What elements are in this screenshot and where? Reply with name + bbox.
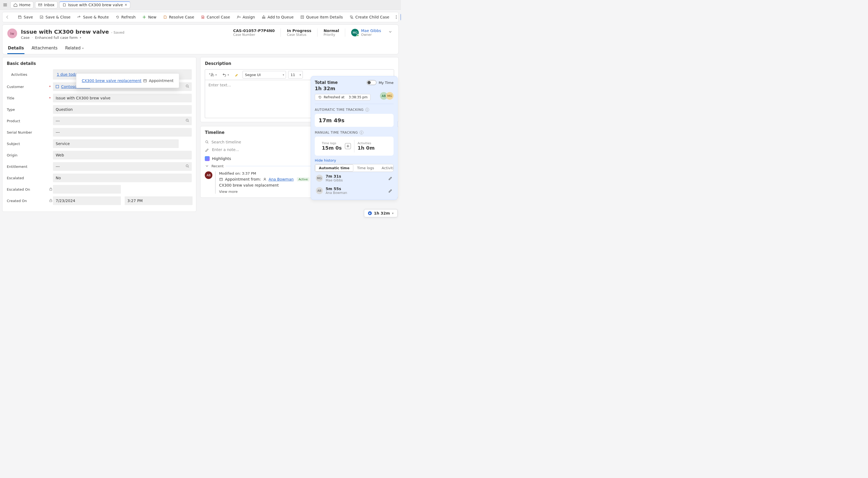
owner-label: Owner: [361, 33, 381, 37]
page-title: Issue with CX300 brew valve: [21, 29, 109, 35]
share-button[interactable]: Share ▾: [401, 13, 401, 21]
search-icon[interactable]: [185, 84, 190, 89]
create-child-case-button[interactable]: Create Child Case: [346, 14, 392, 20]
flyout-link[interactable]: CX300 brew valve replacement: [82, 78, 142, 83]
case-number-label: Case Number: [233, 33, 255, 37]
edit-icon[interactable]: [388, 188, 393, 193]
activities-ml-value: 1h 0m: [358, 145, 387, 151]
entitlement-input[interactable]: [53, 162, 192, 171]
flyout-type-label: Appointment: [149, 78, 174, 83]
clock-icon: [368, 211, 372, 215]
add-time-log-button[interactable]: [345, 143, 351, 149]
font-picker[interactable]: Segoe UI▾: [243, 71, 286, 78]
header-expand-button[interactable]: [387, 29, 394, 36]
saved-indicator: - Saved: [111, 30, 124, 34]
timelogs-label: Time logs: [322, 141, 342, 145]
child-case-icon: [349, 15, 353, 19]
product-input[interactable]: [53, 117, 192, 125]
save-button[interactable]: Save: [15, 14, 36, 20]
chevron-down-icon: ▾: [300, 73, 301, 76]
timeline-item-person[interactable]: Ana Bowman: [269, 177, 293, 182]
toggle-switch[interactable]: [367, 80, 376, 85]
info-icon[interactable]: i: [365, 108, 369, 111]
flyout-type: Appointment: [143, 78, 174, 83]
time-pill[interactable]: 1h 32m ▾: [364, 209, 398, 217]
ticket-icon: [62, 3, 66, 7]
chevron-down-icon[interactable]: ▾: [80, 36, 81, 39]
queue-details-icon: [300, 15, 305, 19]
auto-tracking-box: 17m 49s: [315, 114, 394, 127]
tab-case-label: Issue with CX300 brew valve: [68, 3, 123, 7]
tab-inbox[interactable]: Inbox: [35, 1, 57, 8]
new-label: New: [148, 15, 156, 19]
type-label: Type: [7, 107, 53, 111]
description-placeholder: Enter text...: [208, 83, 231, 87]
back-button[interactable]: [5, 14, 9, 20]
chevron-down-icon[interactable]: [205, 164, 209, 168]
title-label: Title: [7, 96, 14, 100]
tab-details[interactable]: Details: [7, 43, 25, 54]
queue-item-details-button[interactable]: Queue Item Details: [298, 14, 345, 20]
title-input[interactable]: [53, 94, 192, 102]
edit-icon[interactable]: [388, 176, 393, 181]
seg-auto[interactable]: Automatic time: [315, 164, 353, 172]
basic-details-heading: Basic details: [7, 61, 192, 66]
subject-input[interactable]: [53, 139, 179, 148]
escalated-on-input[interactable]: [53, 185, 121, 194]
activity-flyout: CX300 brew valve replacement Appointment: [76, 73, 179, 88]
created-on-time-input[interactable]: [125, 196, 192, 205]
my-time-label: My Time: [379, 81, 394, 85]
total-time-value: 1h 32m: [315, 86, 338, 91]
chevron-down-icon: ▾: [215, 73, 217, 76]
form-tabs: Details Attachments Related ▾: [7, 43, 394, 54]
origin-input[interactable]: [53, 151, 192, 159]
svg-rect-14: [144, 79, 146, 82]
header-priority: Normal Priority: [323, 29, 339, 37]
lock-icon: [49, 187, 53, 192]
tab-home[interactable]: Home: [10, 1, 33, 8]
escalated-input[interactable]: [53, 173, 192, 182]
resolve-case-button[interactable]: Resolve Case: [160, 14, 197, 20]
highlight-button[interactable]: [233, 72, 240, 78]
svg-point-8: [186, 165, 188, 167]
info-icon[interactable]: i: [360, 131, 363, 134]
tab-related[interactable]: Related ▾: [65, 43, 84, 54]
undo-button[interactable]: ▾: [220, 72, 230, 78]
refreshed-chip[interactable]: Refreshed at 3:38:35 pm: [315, 94, 370, 100]
lock-icon: [49, 198, 53, 203]
save-close-button[interactable]: Save & Close: [37, 14, 73, 20]
assign-button[interactable]: Assign: [234, 14, 258, 20]
seg-logs[interactable]: Time logs: [353, 164, 378, 172]
header-owner[interactable]: MG Mae Gibbs Owner: [351, 29, 381, 37]
close-icon[interactable]: ✕: [125, 3, 127, 7]
add-to-queue-button[interactable]: Add to Queue: [259, 14, 296, 20]
type-input[interactable]: [53, 105, 192, 114]
cancel-case-button[interactable]: Cancel Case: [198, 14, 233, 20]
hide-history-link[interactable]: Hide history: [315, 158, 394, 162]
owner-initials: MG: [352, 31, 358, 34]
save-route-label: Save & Route: [83, 15, 109, 19]
owner-name[interactable]: Mae Gibbs: [361, 29, 381, 33]
refreshed-prefix: Refreshed at: [324, 95, 344, 99]
tab-attachments[interactable]: Attachments: [31, 43, 58, 54]
chevron-down-icon: ▾: [392, 212, 394, 215]
tab-case[interactable]: Issue with CX300 brew valve ✕: [59, 1, 130, 8]
hamburger-icon[interactable]: [2, 2, 9, 8]
save-route-button[interactable]: Save & Route: [74, 14, 112, 20]
refresh-button[interactable]: Refresh: [113, 14, 138, 20]
search-icon[interactable]: [185, 164, 190, 169]
language-button[interactable]: ᵃあ▾: [207, 71, 218, 78]
svg-point-4: [396, 18, 397, 19]
serial-input[interactable]: [53, 128, 192, 137]
new-button[interactable]: New: [139, 14, 159, 20]
history-duration: 5m 55s: [326, 187, 347, 191]
search-icon[interactable]: [185, 119, 190, 124]
font-size-picker[interactable]: 11▾: [288, 71, 303, 78]
record-header: Iw Issue with CX300 brew valve - Saved C…: [2, 25, 399, 54]
seg-activities[interactable]: Activities: [378, 164, 394, 172]
entitlement-label: Entitlement: [7, 165, 53, 169]
overflow-button[interactable]: [394, 14, 398, 20]
form-name[interactable]: Enhanced full case form: [35, 36, 78, 40]
created-on-date-input[interactable]: [53, 196, 121, 205]
my-time-toggle[interactable]: My Time: [367, 80, 394, 85]
